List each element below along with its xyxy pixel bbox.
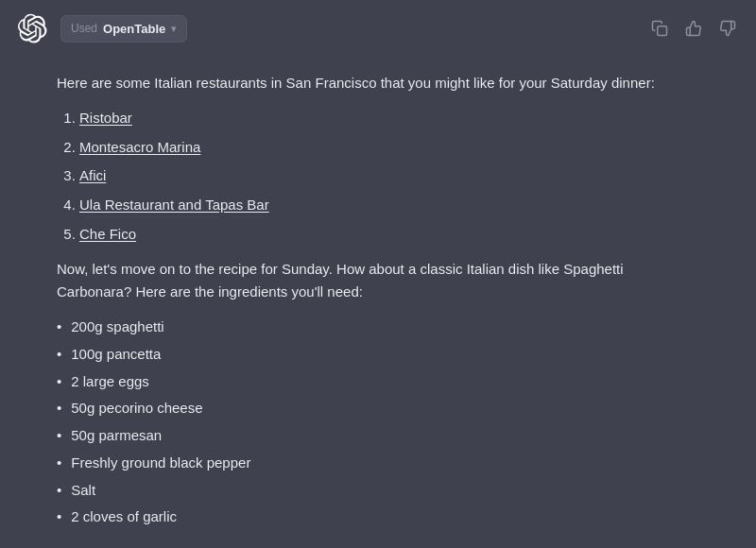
right-header (646, 15, 741, 42)
list-item: 2 cloves of garlic (57, 505, 699, 529)
header-bar: Used OpenTable ▾ (0, 0, 756, 57)
restaurant-link[interactable]: Ula Restaurant and Tapas Bar (79, 197, 269, 213)
copy-button[interactable] (646, 15, 673, 42)
left-header: Used OpenTable ▾ (15, 11, 187, 45)
restaurant-list: RistobarMontesacro MarinaAficiUla Restau… (79, 107, 699, 247)
message-text: Here are some Italian restaurants in San… (57, 72, 699, 529)
restaurant-link[interactable]: Montesacro Marina (79, 139, 200, 155)
used-label: Used (71, 22, 97, 35)
list-item: Afici (79, 164, 699, 188)
recipe-intro-text: Now, let's move on to the recipe for Sun… (57, 258, 699, 305)
list-item: Ristobar (79, 107, 699, 130)
tool-name-label: OpenTable (103, 22, 165, 36)
content-area: Here are some Italian restaurants in San… (0, 57, 756, 548)
list-item: Montesacro Marina (79, 136, 699, 160)
list-item: 50g pecorino cheese (57, 397, 699, 420)
list-item: Ula Restaurant and Tapas Bar (79, 194, 699, 217)
list-item: Freshly ground black pepper (57, 452, 699, 475)
ingredients-list: 200g spaghetti100g pancetta2 large eggs5… (57, 316, 699, 529)
list-item: 2 large eggs (57, 370, 699, 394)
list-item: 200g spaghetti (57, 316, 699, 339)
list-item: 50g parmesan (57, 424, 699, 448)
list-item: 100g pancetta (57, 343, 699, 367)
svg-rect-0 (658, 26, 667, 36)
thumbs-up-button[interactable] (680, 15, 707, 42)
tool-badge[interactable]: Used OpenTable ▾ (60, 15, 187, 43)
chatgpt-logo (15, 11, 49, 45)
restaurant-link[interactable]: Che Fico (79, 226, 136, 242)
restaurant-link[interactable]: Afici (79, 167, 106, 183)
list-item: Che Fico (79, 223, 699, 247)
chevron-down-icon: ▾ (171, 23, 177, 35)
thumbs-down-button[interactable] (714, 15, 741, 42)
intro-text: Here are some Italian restaurants in San… (57, 72, 699, 95)
list-item: Salt (57, 479, 699, 503)
restaurant-link[interactable]: Ristobar (79, 110, 132, 126)
